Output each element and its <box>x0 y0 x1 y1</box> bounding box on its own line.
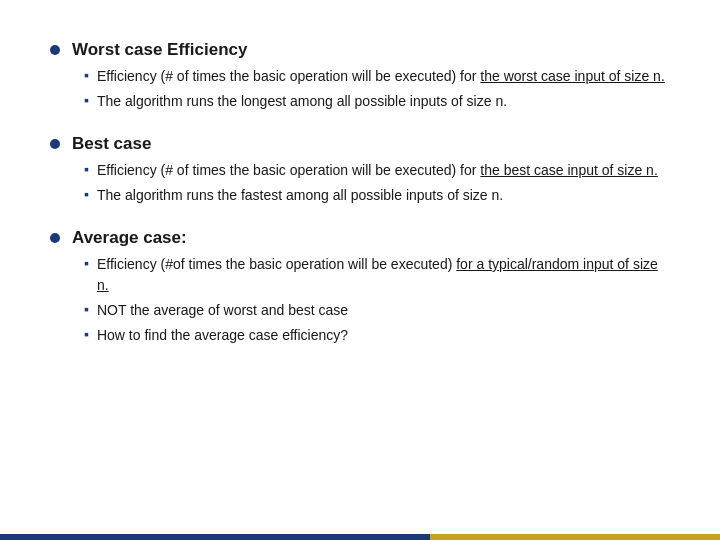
blue-bar <box>0 534 430 540</box>
average-case-item-1: ▪ Efficiency (#of times the basic operat… <box>84 254 670 296</box>
best-case-underline: the best case input of size n. <box>480 162 657 178</box>
average-case-section: Average case: ▪ Efficiency (#of times th… <box>50 228 670 350</box>
worst-case-text-2: The algorithm runs the longest among all… <box>97 91 507 112</box>
worst-case-underline: the worst case input of size n. <box>480 68 664 84</box>
best-case-items: ▪ Efficiency (# of times the basic opera… <box>50 160 670 206</box>
best-case-text-2: The algorithm runs the fastest among all… <box>97 185 503 206</box>
average-case-text-2: NOT the average of worst and best case <box>97 300 348 321</box>
sub-bullet-icon-4: ▪ <box>84 186 89 202</box>
sub-bullet-icon-3: ▪ <box>84 161 89 177</box>
sub-bullet-icon-5: ▪ <box>84 255 89 271</box>
bullet-dot-worst <box>50 45 60 55</box>
worst-case-item-2: ▪ The algorithm runs the longest among a… <box>84 91 670 112</box>
best-case-item-1: ▪ Efficiency (# of times the basic opera… <box>84 160 670 181</box>
best-case-item-2: ▪ The algorithm runs the fastest among a… <box>84 185 670 206</box>
best-case-header: Best case <box>50 134 670 154</box>
average-case-title: Average case: <box>72 228 187 248</box>
average-case-text-1: Efficiency (#of times the basic operatio… <box>97 254 670 296</box>
average-case-items: ▪ Efficiency (#of times the basic operat… <box>50 254 670 346</box>
average-case-header: Average case: <box>50 228 670 248</box>
average-case-item-2: ▪ NOT the average of worst and best case <box>84 300 670 321</box>
best-case-title: Best case <box>72 134 151 154</box>
worst-case-items: ▪ Efficiency (# of times the basic opera… <box>50 66 670 112</box>
sub-bullet-icon-6: ▪ <box>84 301 89 317</box>
page-container: Worst case Efficiency ▪ Efficiency (# of… <box>0 0 720 540</box>
gold-bar <box>430 534 720 540</box>
average-case-text-3: How to find the average case efficiency? <box>97 325 348 346</box>
worst-case-item-1: ▪ Efficiency (# of times the basic opera… <box>84 66 670 87</box>
best-case-section: Best case ▪ Efficiency (# of times the b… <box>50 134 670 210</box>
sub-bullet-icon: ▪ <box>84 67 89 83</box>
sub-bullet-icon-2: ▪ <box>84 92 89 108</box>
bullet-dot-best <box>50 139 60 149</box>
worst-case-title: Worst case Efficiency <box>72 40 247 60</box>
average-case-item-3: ▪ How to find the average case efficienc… <box>84 325 670 346</box>
bottom-bar-container <box>0 534 720 540</box>
worst-case-section: Worst case Efficiency ▪ Efficiency (# of… <box>50 40 670 116</box>
bullet-dot-average <box>50 233 60 243</box>
average-case-underline: for a typical/random input of size n. <box>97 256 658 293</box>
worst-case-header: Worst case Efficiency <box>50 40 670 60</box>
sub-bullet-icon-7: ▪ <box>84 326 89 342</box>
best-case-text-1: Efficiency (# of times the basic operati… <box>97 160 658 181</box>
worst-case-text-1: Efficiency (# of times the basic operati… <box>97 66 665 87</box>
